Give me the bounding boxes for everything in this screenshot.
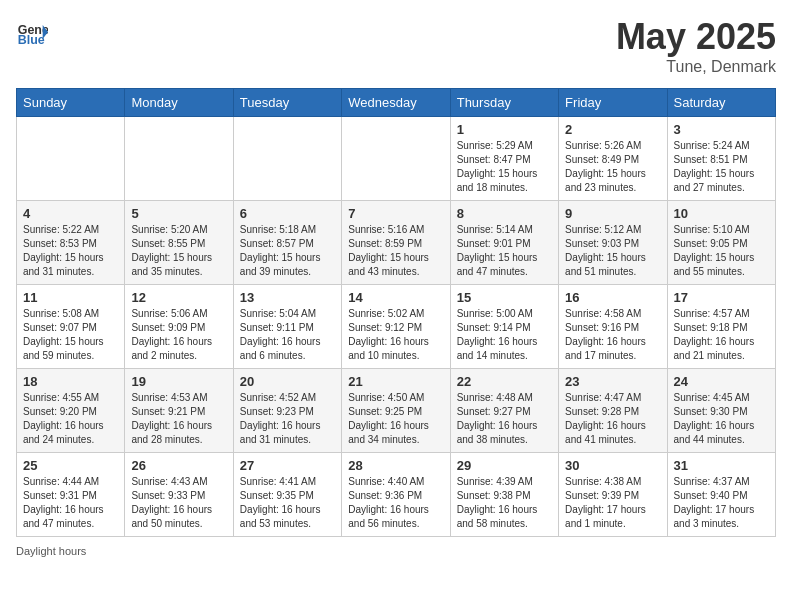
- weekday-header-monday: Monday: [125, 89, 233, 117]
- weekday-header-saturday: Saturday: [667, 89, 775, 117]
- calendar-location: Tune, Denmark: [616, 58, 776, 76]
- day-number: 3: [674, 122, 769, 137]
- day-number: 16: [565, 290, 660, 305]
- weekday-header-wednesday: Wednesday: [342, 89, 450, 117]
- day-cell: 29Sunrise: 4:39 AM Sunset: 9:38 PM Dayli…: [450, 453, 558, 537]
- weekday-header-thursday: Thursday: [450, 89, 558, 117]
- week-row-2: 4Sunrise: 5:22 AM Sunset: 8:53 PM Daylig…: [17, 201, 776, 285]
- weekday-header-row: SundayMondayTuesdayWednesdayThursdayFrid…: [17, 89, 776, 117]
- week-row-3: 11Sunrise: 5:08 AM Sunset: 9:07 PM Dayli…: [17, 285, 776, 369]
- day-number: 14: [348, 290, 443, 305]
- day-number: 19: [131, 374, 226, 389]
- day-info: Sunrise: 5:08 AM Sunset: 9:07 PM Dayligh…: [23, 307, 118, 363]
- day-cell: 24Sunrise: 4:45 AM Sunset: 9:30 PM Dayli…: [667, 369, 775, 453]
- day-info: Sunrise: 4:40 AM Sunset: 9:36 PM Dayligh…: [348, 475, 443, 531]
- day-number: 30: [565, 458, 660, 473]
- day-cell: 14Sunrise: 5:02 AM Sunset: 9:12 PM Dayli…: [342, 285, 450, 369]
- day-cell: 31Sunrise: 4:37 AM Sunset: 9:40 PM Dayli…: [667, 453, 775, 537]
- day-cell: 7Sunrise: 5:16 AM Sunset: 8:59 PM Daylig…: [342, 201, 450, 285]
- day-cell: 22Sunrise: 4:48 AM Sunset: 9:27 PM Dayli…: [450, 369, 558, 453]
- logo-icon: General Blue: [16, 16, 48, 48]
- day-info: Sunrise: 5:12 AM Sunset: 9:03 PM Dayligh…: [565, 223, 660, 279]
- day-info: Sunrise: 4:37 AM Sunset: 9:40 PM Dayligh…: [674, 475, 769, 531]
- day-cell: 19Sunrise: 4:53 AM Sunset: 9:21 PM Dayli…: [125, 369, 233, 453]
- day-info: Sunrise: 4:50 AM Sunset: 9:25 PM Dayligh…: [348, 391, 443, 447]
- day-number: 18: [23, 374, 118, 389]
- title-block: May 2025 Tune, Denmark: [616, 16, 776, 76]
- footer: Daylight hours: [16, 545, 776, 557]
- day-info: Sunrise: 5:06 AM Sunset: 9:09 PM Dayligh…: [131, 307, 226, 363]
- day-number: 9: [565, 206, 660, 221]
- day-cell: 23Sunrise: 4:47 AM Sunset: 9:28 PM Dayli…: [559, 369, 667, 453]
- weekday-header-sunday: Sunday: [17, 89, 125, 117]
- daylight-hours-label: Daylight hours: [16, 545, 86, 557]
- day-number: 17: [674, 290, 769, 305]
- day-cell: 20Sunrise: 4:52 AM Sunset: 9:23 PM Dayli…: [233, 369, 341, 453]
- day-cell: [233, 117, 341, 201]
- day-number: 7: [348, 206, 443, 221]
- day-cell: 15Sunrise: 5:00 AM Sunset: 9:14 PM Dayli…: [450, 285, 558, 369]
- day-info: Sunrise: 4:52 AM Sunset: 9:23 PM Dayligh…: [240, 391, 335, 447]
- day-cell: 4Sunrise: 5:22 AM Sunset: 8:53 PM Daylig…: [17, 201, 125, 285]
- day-info: Sunrise: 5:14 AM Sunset: 9:01 PM Dayligh…: [457, 223, 552, 279]
- day-info: Sunrise: 5:22 AM Sunset: 8:53 PM Dayligh…: [23, 223, 118, 279]
- day-cell: 12Sunrise: 5:06 AM Sunset: 9:09 PM Dayli…: [125, 285, 233, 369]
- day-cell: [125, 117, 233, 201]
- day-number: 4: [23, 206, 118, 221]
- day-info: Sunrise: 5:29 AM Sunset: 8:47 PM Dayligh…: [457, 139, 552, 195]
- day-cell: 6Sunrise: 5:18 AM Sunset: 8:57 PM Daylig…: [233, 201, 341, 285]
- day-number: 2: [565, 122, 660, 137]
- day-info: Sunrise: 4:48 AM Sunset: 9:27 PM Dayligh…: [457, 391, 552, 447]
- day-cell: 17Sunrise: 4:57 AM Sunset: 9:18 PM Dayli…: [667, 285, 775, 369]
- logo: General Blue: [16, 16, 48, 48]
- day-info: Sunrise: 5:04 AM Sunset: 9:11 PM Dayligh…: [240, 307, 335, 363]
- day-cell: 27Sunrise: 4:41 AM Sunset: 9:35 PM Dayli…: [233, 453, 341, 537]
- day-number: 29: [457, 458, 552, 473]
- day-number: 26: [131, 458, 226, 473]
- day-cell: [17, 117, 125, 201]
- day-info: Sunrise: 5:16 AM Sunset: 8:59 PM Dayligh…: [348, 223, 443, 279]
- day-cell: [342, 117, 450, 201]
- day-info: Sunrise: 4:44 AM Sunset: 9:31 PM Dayligh…: [23, 475, 118, 531]
- day-cell: 2Sunrise: 5:26 AM Sunset: 8:49 PM Daylig…: [559, 117, 667, 201]
- day-number: 1: [457, 122, 552, 137]
- week-row-4: 18Sunrise: 4:55 AM Sunset: 9:20 PM Dayli…: [17, 369, 776, 453]
- day-cell: 3Sunrise: 5:24 AM Sunset: 8:51 PM Daylig…: [667, 117, 775, 201]
- page-header: General Blue May 2025 Tune, Denmark: [16, 16, 776, 76]
- week-row-5: 25Sunrise: 4:44 AM Sunset: 9:31 PM Dayli…: [17, 453, 776, 537]
- day-number: 6: [240, 206, 335, 221]
- day-info: Sunrise: 4:47 AM Sunset: 9:28 PM Dayligh…: [565, 391, 660, 447]
- calendar-table: SundayMondayTuesdayWednesdayThursdayFrid…: [16, 88, 776, 537]
- day-info: Sunrise: 4:45 AM Sunset: 9:30 PM Dayligh…: [674, 391, 769, 447]
- day-info: Sunrise: 4:38 AM Sunset: 9:39 PM Dayligh…: [565, 475, 660, 531]
- calendar-title: May 2025: [616, 16, 776, 58]
- day-cell: 21Sunrise: 4:50 AM Sunset: 9:25 PM Dayli…: [342, 369, 450, 453]
- day-number: 5: [131, 206, 226, 221]
- day-cell: 18Sunrise: 4:55 AM Sunset: 9:20 PM Dayli…: [17, 369, 125, 453]
- day-cell: 16Sunrise: 4:58 AM Sunset: 9:16 PM Dayli…: [559, 285, 667, 369]
- day-cell: 5Sunrise: 5:20 AM Sunset: 8:55 PM Daylig…: [125, 201, 233, 285]
- day-number: 8: [457, 206, 552, 221]
- day-info: Sunrise: 5:10 AM Sunset: 9:05 PM Dayligh…: [674, 223, 769, 279]
- day-number: 23: [565, 374, 660, 389]
- day-cell: 8Sunrise: 5:14 AM Sunset: 9:01 PM Daylig…: [450, 201, 558, 285]
- day-info: Sunrise: 4:41 AM Sunset: 9:35 PM Dayligh…: [240, 475, 335, 531]
- day-info: Sunrise: 4:55 AM Sunset: 9:20 PM Dayligh…: [23, 391, 118, 447]
- day-info: Sunrise: 5:02 AM Sunset: 9:12 PM Dayligh…: [348, 307, 443, 363]
- svg-text:Blue: Blue: [18, 33, 45, 47]
- day-number: 27: [240, 458, 335, 473]
- day-number: 13: [240, 290, 335, 305]
- day-info: Sunrise: 4:43 AM Sunset: 9:33 PM Dayligh…: [131, 475, 226, 531]
- day-cell: 28Sunrise: 4:40 AM Sunset: 9:36 PM Dayli…: [342, 453, 450, 537]
- day-cell: 26Sunrise: 4:43 AM Sunset: 9:33 PM Dayli…: [125, 453, 233, 537]
- day-info: Sunrise: 5:00 AM Sunset: 9:14 PM Dayligh…: [457, 307, 552, 363]
- day-number: 21: [348, 374, 443, 389]
- day-number: 20: [240, 374, 335, 389]
- day-number: 25: [23, 458, 118, 473]
- day-info: Sunrise: 5:20 AM Sunset: 8:55 PM Dayligh…: [131, 223, 226, 279]
- day-number: 31: [674, 458, 769, 473]
- day-cell: 1Sunrise: 5:29 AM Sunset: 8:47 PM Daylig…: [450, 117, 558, 201]
- day-cell: 30Sunrise: 4:38 AM Sunset: 9:39 PM Dayli…: [559, 453, 667, 537]
- day-info: Sunrise: 5:18 AM Sunset: 8:57 PM Dayligh…: [240, 223, 335, 279]
- day-number: 22: [457, 374, 552, 389]
